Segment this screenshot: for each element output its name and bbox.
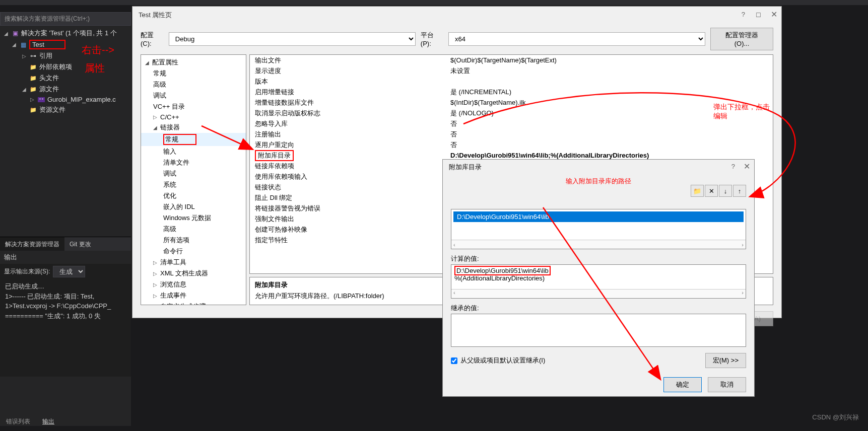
ptree-linker-cmdline[interactable]: 命令行 [141, 246, 246, 257]
macro-button[interactable]: 宏(M) >> [705, 353, 746, 368]
lib-dirs-list[interactable]: D:\Develop\Gurobi951\win64\lib ‹› [451, 209, 746, 249]
ptree-custombuild[interactable]: ▷自定义生成步骤 [141, 301, 246, 305]
property-row[interactable]: 取消显示启动版权标志是 (/NOLOGO) [250, 108, 773, 118]
tab-output[interactable]: 输出 [36, 415, 60, 428]
ptree-linker-embedidl[interactable]: 嵌入的 IDL [141, 201, 246, 212]
annotation-rightclick: 右击--> [82, 43, 114, 57]
annotation-dropdown-hint: 弹出下拉框，点击编辑 [713, 103, 770, 121]
solution-tree: ◢解决方案 'Test' (1 个项目, 共 1 个 ◢Test ▷引用 外部依… [0, 28, 131, 115]
property-row[interactable]: 版本 [250, 76, 773, 87]
ptree-manifest-tool[interactable]: ▷清单工具 [141, 257, 246, 268]
platform-select[interactable]: x64 [448, 32, 705, 46]
property-row[interactable]: 增量链接数据库文件$(IntDir)$(TargetName).ilk [250, 97, 773, 108]
property-value[interactable]: D:\Develop\Gurobi951\win64\lib;%(Additio… [446, 152, 773, 159]
sub-dialog-title: 附加库目录 [443, 160, 754, 175]
property-label: 链接库依赖项 [250, 162, 446, 171]
watermark: CSDN @刘兴禄 [812, 413, 859, 422]
config-manager-button[interactable]: 配置管理器(O)... [710, 28, 773, 50]
ptree-config-props[interactable]: ◢配置属性 [141, 57, 246, 68]
ptree-vcdirs[interactable]: VC++ 目录 [141, 101, 246, 112]
property-label: 显示进度 [250, 66, 446, 76]
dialog-title: Test 属性页 [132, 7, 781, 24]
help-icon[interactable]: ? [742, 11, 745, 18]
ptree-linker[interactable]: ◢链接器 [141, 122, 246, 133]
source-file-node[interactable]: ▷Gurobi_MIP_example.c [2, 95, 131, 104]
ptree-linker-alloptions[interactable]: 所有选项 [141, 235, 246, 246]
property-label: 注册输出 [250, 130, 446, 139]
ptree-linker-debug[interactable]: 调试 [141, 168, 246, 179]
sources-node[interactable]: ◢源文件 [2, 84, 131, 95]
ptree-debug[interactable]: 调试 [141, 90, 246, 101]
computed-label: 计算的值: [451, 254, 746, 263]
maximize-icon[interactable]: ☐ [756, 12, 761, 19]
property-value[interactable]: 否 [446, 130, 773, 139]
output-text: 已启动生成… 1>------ 已启动生成: 项目: Test, 1>Test.… [0, 279, 131, 323]
tab-solution-explorer[interactable]: 解决方案资源管理器 [0, 237, 64, 252]
additional-lib-dirs-dialog: 附加库目录 ? ✕ 输入附加目录库的路径 📁 ✕ ↓ ↑ D:\Develop\… [442, 159, 755, 397]
sub-ok-button[interactable]: 确定 [663, 377, 702, 392]
property-value[interactable]: $(OutDir)$(TargetName)$(TargetExt) [446, 56, 773, 64]
ptree-linker-general[interactable]: 常规 [141, 133, 246, 146]
output-filter-select[interactable]: 生成 [53, 266, 85, 277]
bottom-tabs: 错误列表 输出 [0, 415, 60, 428]
property-label: 使用库依赖项输入 [250, 172, 446, 181]
ptree-linker-input[interactable]: 输入 [141, 146, 246, 157]
ptree-cpp[interactable]: ▷C/C++ [141, 112, 246, 122]
ptree-linker-manifest[interactable]: 清单文件 [141, 157, 246, 168]
property-row[interactable]: 启用增量链接是 (/INCREMENTAL) [250, 87, 773, 97]
property-row[interactable]: 注册输出否 [250, 129, 773, 139]
property-row[interactable]: 逐用户重定向否 [250, 139, 773, 150]
config-label: 配置(C): [141, 31, 164, 47]
tab-error-list[interactable]: 错误列表 [0, 415, 36, 428]
sub-toolbar: 📁 ✕ ↓ ↑ [691, 185, 746, 197]
computed-values: D:\Develop\Gurobi951\win64\lib %(Additio… [451, 264, 746, 299]
solution-label: 解决方案 'Test' (1 个项目, 共 1 个 [21, 29, 117, 38]
ptree-linker-winmeta[interactable]: Windows 元数据 [141, 212, 246, 224]
property-row[interactable]: 输出文件$(OutDir)$(TargetName)$(TargetExt) [250, 55, 773, 65]
external-deps-node[interactable]: 外部依赖项 [2, 61, 131, 73]
ptree-linker-advanced[interactable]: 高级 [141, 224, 246, 235]
new-folder-icon[interactable]: 📁 [691, 185, 704, 197]
ptree-browse[interactable]: ▷浏览信息 [141, 279, 246, 290]
property-row[interactable]: 忽略导入库否 [250, 118, 773, 129]
sub-close-icon[interactable]: ✕ [744, 162, 750, 171]
property-value[interactable]: 是 (/INCREMENTAL) [446, 88, 773, 97]
config-select[interactable]: Debug [169, 32, 416, 46]
sub-help-icon[interactable]: ? [731, 163, 735, 170]
platform-label: 平台(P): [421, 31, 443, 47]
property-label: 忽略导入库 [250, 119, 446, 128]
tab-git-changes[interactable]: Git 更改 [64, 237, 96, 252]
property-label: 附加库目录 [250, 150, 446, 161]
lib-dir-entry[interactable]: D:\Develop\Gurobi951\win64\lib [453, 211, 744, 222]
output-panel: 输出 显示输出来源(S): 生成 已启动生成… 1>------ 已启动生成: … [0, 251, 131, 377]
ptree-buildevents[interactable]: ▷生成事件 [141, 290, 246, 301]
move-down-icon[interactable]: ↓ [719, 185, 732, 197]
inherit-checkbox-label[interactable]: 从父级或项目默认设置继承(I) [451, 356, 545, 365]
sub-cancel-button[interactable]: 取消 [708, 377, 746, 392]
headers-node[interactable]: 头文件 [2, 73, 131, 84]
inherit-checkbox[interactable] [451, 357, 457, 364]
property-row[interactable]: 显示进度未设置 [250, 65, 773, 76]
ptree-advanced[interactable]: 高级 [141, 79, 246, 90]
resources-node[interactable]: 资源文件 [2, 104, 131, 115]
project-label: Test [29, 40, 65, 49]
property-label: 强制文件输出 [250, 214, 446, 224]
ptree-general[interactable]: 常规 [141, 68, 246, 79]
solution-node[interactable]: ◢解决方案 'Test' (1 个项目, 共 1 个 [2, 28, 131, 39]
delete-icon[interactable]: ✕ [705, 185, 718, 197]
move-up-icon[interactable]: ↑ [733, 185, 746, 197]
ptree-xmldoc[interactable]: ▷XML 文档生成器 [141, 268, 246, 279]
inherited-values [451, 314, 746, 347]
property-value[interactable]: 未设置 [446, 66, 773, 76]
property-label: 指定节特性 [250, 236, 446, 245]
property-value[interactable]: 否 [446, 140, 773, 150]
annotation-properties: 属性 [85, 61, 105, 75]
ptree-linker-system[interactable]: 系统 [141, 179, 246, 190]
property-label: 增量链接数据库文件 [250, 98, 446, 107]
left-panel-tabs: 解决方案资源管理器 Git 更改 [0, 237, 131, 252]
property-tree: ◢配置属性 常规 高级 调试 VC++ 目录 ▷C/C++ ◢链接器 常规 输入… [141, 54, 246, 305]
ptree-linker-optimize[interactable]: 优化 [141, 190, 246, 201]
property-label: 创建可热修补映像 [250, 225, 446, 234]
search-solution-input[interactable]: 搜索解决方案资源管理器(Ctrl+;) [0, 12, 131, 26]
close-icon[interactable]: ✕ [771, 10, 777, 19]
